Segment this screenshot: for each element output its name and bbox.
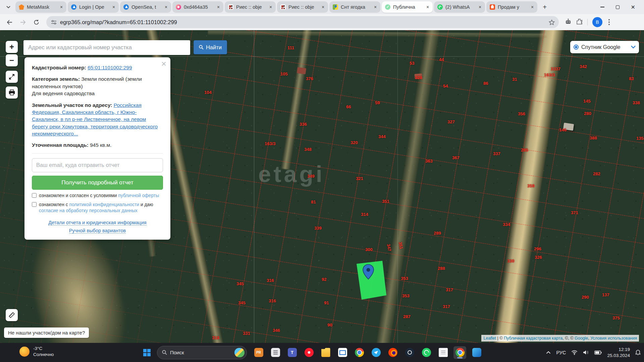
forward-icon[interactable]: [17, 16, 29, 28]
bookmark-star-icon[interactable]: [549, 19, 555, 25]
tab-close-icon[interactable]: ×: [425, 4, 431, 10]
print-button[interactable]: [6, 86, 18, 99]
fullscreen-button[interactable]: [6, 71, 18, 83]
email-field[interactable]: [32, 158, 163, 172]
sun-icon: [19, 347, 30, 357]
premiere-icon[interactable]: [252, 346, 265, 359]
zoom-out-button[interactable]: −: [6, 54, 18, 66]
quarter-boundary-line: [397, 30, 398, 343]
tab-search-chevron-icon[interactable]: [4, 3, 13, 11]
parcel-number-label: 282: [593, 171, 600, 176]
parcel-number-label: 316: [267, 278, 274, 283]
reload-icon[interactable]: [30, 16, 42, 28]
not-found-hint[interactable]: Не нашли участок/дом на карте?: [4, 327, 89, 338]
pkk-link[interactable]: Публичная кадастровая карта: [504, 336, 562, 341]
leaflet-link[interactable]: Leaflet: [483, 336, 496, 341]
map-canvas[interactable]: etagi 11110537610453443285486313337163/3…: [0, 30, 644, 343]
parcel-number-label: 349: [307, 174, 315, 179]
tab-1[interactable]: Login | Ope×: [68, 1, 119, 13]
find-button-label: Найти: [206, 44, 222, 51]
tab-title: Риес :: obje: [288, 4, 319, 10]
map-search-input[interactable]: [23, 40, 190, 55]
google-link[interactable]: Google: [575, 336, 588, 341]
volume-icon[interactable]: [583, 350, 589, 355]
tab-close-icon[interactable]: ×: [372, 4, 378, 10]
find-button[interactable]: Найти: [194, 40, 227, 54]
minimize-icon[interactable]: [600, 7, 604, 7]
offer-checkbox[interactable]: [32, 193, 37, 198]
new-tab-button[interactable]: +: [540, 2, 549, 12]
layer-selector[interactable]: Спутник Google: [570, 41, 639, 53]
chrome-icon[interactable]: [353, 346, 366, 359]
tab-0[interactable]: MetaMask×: [15, 1, 66, 13]
site-settings-icon[interactable]: [51, 20, 57, 25]
panel-footer-links: Детали отчета и юридическая информация Р…: [32, 220, 163, 234]
battery-icon[interactable]: [594, 351, 602, 355]
mail-icon[interactable]: [336, 346, 349, 359]
kadastr-number-link[interactable]: 65:01:1101002:299: [88, 65, 132, 70]
tab-title: Снт ягодка: [341, 4, 371, 10]
extensions-puzzle-icon[interactable]: [576, 18, 583, 26]
terms-link[interactable]: Условия использования: [590, 336, 637, 341]
clock[interactable]: 12:19 25.03.2024: [607, 347, 630, 358]
privacy-checkbox[interactable]: [32, 202, 37, 207]
telegram-icon[interactable]: [370, 346, 382, 359]
tab-6[interactable]: Снт ягодка×: [329, 1, 380, 13]
close-window-icon[interactable]: ✕: [631, 4, 635, 10]
url-text[interactable]: egrp365.org/map/?kadnum=65:01:1101002:29…: [60, 19, 545, 25]
map-pin-icon[interactable]: [362, 264, 374, 280]
tab-close-icon[interactable]: ×: [320, 4, 326, 10]
assistant-robot-icon[interactable]: [565, 18, 572, 26]
parcel-number-label: 287: [403, 314, 411, 319]
omnibox[interactable]: egrp365.org/map/?kadnum=65:01:1101002:29…: [46, 16, 559, 28]
tab-5[interactable]: Риес :: obje×: [277, 1, 328, 13]
tab-close-icon[interactable]: ×: [58, 4, 64, 10]
window-controls: ✕: [600, 4, 642, 10]
explorer-icon[interactable]: [319, 346, 332, 359]
start-button[interactable]: [141, 347, 153, 359]
parcel-number-label: 338: [633, 100, 640, 105]
photos-icon[interactable]: [470, 346, 483, 359]
tab-9[interactable]: Продам у×: [486, 1, 537, 13]
tab-2[interactable]: OpenSea, t×: [120, 1, 171, 13]
notification-bell-icon[interactable]: [635, 350, 641, 356]
zoom-in-button[interactable]: +: [6, 41, 18, 53]
tab-7[interactable]: Публична×: [382, 1, 433, 13]
opera-icon[interactable]: [303, 346, 315, 359]
tab-close-icon[interactable]: ×: [268, 4, 274, 10]
tray-chevron-up-icon[interactable]: [546, 351, 551, 354]
maximize-icon[interactable]: [616, 5, 620, 9]
steam-icon[interactable]: [403, 346, 416, 359]
whatsapp-icon[interactable]: [420, 346, 433, 359]
teams-icon[interactable]: [286, 346, 299, 359]
wifi-icon[interactable]: [571, 350, 578, 355]
tab-close-icon[interactable]: ×: [477, 4, 483, 10]
tab-strip-tabs: MetaMask×Login | Ope×OpenSea, t×0xd464a3…: [15, 1, 539, 13]
panel-close-icon[interactable]: ×: [161, 59, 166, 68]
tab-close-icon[interactable]: ×: [215, 4, 221, 10]
taskbar-search[interactable]: Поиск: [157, 346, 247, 359]
calculator-icon[interactable]: [269, 346, 282, 359]
tab-close-icon[interactable]: ×: [163, 4, 169, 10]
back-icon[interactable]: [3, 16, 15, 28]
personal-data-link[interactable]: согласие на обработку персональных данны…: [39, 208, 153, 214]
tab-8[interactable]: (2) WhatsA×: [434, 1, 485, 13]
chrome-active-icon[interactable]: [453, 346, 466, 359]
firefox-icon[interactable]: [386, 346, 399, 359]
nft-favicon: [176, 4, 181, 10]
report-details-link[interactable]: Детали отчета и юридическая информация: [48, 220, 146, 226]
get-report-button[interactable]: Получить подробный отчет: [32, 176, 163, 190]
browser-menu-icon[interactable]: [607, 18, 611, 26]
language-indicator[interactable]: РУС: [556, 350, 566, 355]
privacy-policy-link[interactable]: политикой конфиденциальности: [69, 202, 139, 207]
tab-3[interactable]: 0xd464a35×: [172, 1, 223, 13]
tab-4[interactable]: Риес :: obje×: [225, 1, 276, 13]
tab-close-icon[interactable]: ×: [111, 4, 117, 10]
weather-widget[interactable]: -3°C Солнечно: [19, 346, 54, 357]
manual-select-link[interactable]: Ручной выбор вариантов: [69, 228, 126, 234]
public-offer-link[interactable]: публичной оферты: [118, 193, 159, 198]
profile-avatar[interactable]: B: [592, 17, 602, 27]
measure-ruler-button[interactable]: [6, 309, 18, 321]
tab-close-icon[interactable]: ×: [529, 4, 535, 10]
notepad-icon[interactable]: [437, 346, 449, 359]
